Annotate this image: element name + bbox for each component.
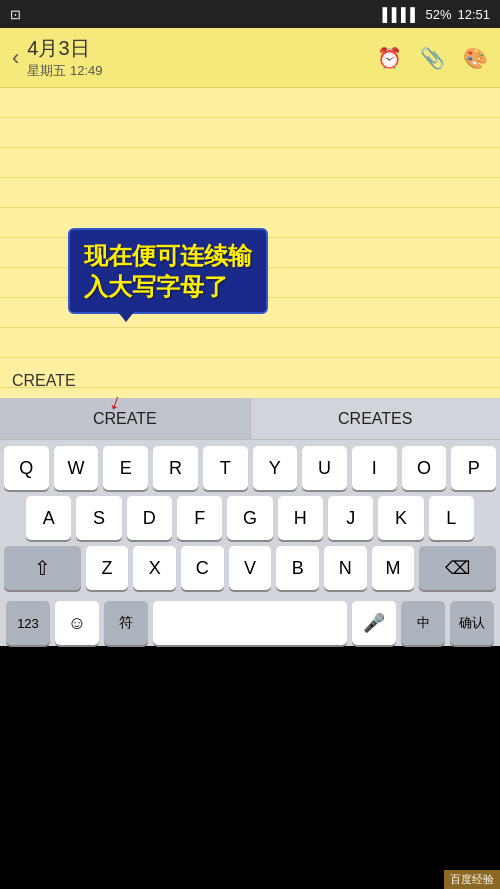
watermark: 百度经验	[444, 870, 500, 889]
key-l[interactable]: L	[429, 496, 474, 540]
tooltip-line2: 入大写字母了	[84, 271, 252, 302]
space-key[interactable]	[153, 601, 347, 645]
keyboard-row-3: ⇧ Z X C V B N M ⌫	[4, 546, 496, 590]
key-j[interactable]: J	[328, 496, 373, 540]
key-q[interactable]: Q	[4, 446, 49, 490]
shift-key[interactable]: ⇧	[4, 546, 81, 590]
key-y[interactable]: Y	[253, 446, 298, 490]
note-header-left: ‹ 4月3日 星期五 12:49	[12, 35, 102, 80]
key-k[interactable]: K	[378, 496, 423, 540]
key-d[interactable]: D	[127, 496, 172, 540]
key-b[interactable]: B	[276, 546, 319, 590]
key-x[interactable]: X	[133, 546, 176, 590]
emoji-key[interactable]: ☺	[55, 601, 99, 645]
key-v[interactable]: V	[229, 546, 272, 590]
autocomplete-item-create[interactable]: CREATE	[0, 398, 251, 439]
key-p[interactable]: P	[451, 446, 496, 490]
delete-key[interactable]: ⌫	[419, 546, 496, 590]
key-a[interactable]: A	[26, 496, 71, 540]
autocomplete-bar: CREATE CREATES	[0, 398, 500, 440]
key-m[interactable]: M	[372, 546, 415, 590]
tooltip-popup: 现在便可连续输 入大写字母了	[68, 228, 268, 314]
tooltip-line1: 现在便可连续输	[84, 240, 252, 271]
key-h[interactable]: H	[278, 496, 323, 540]
attachment-icon[interactable]: 📎	[420, 46, 445, 70]
chinese-key[interactable]: 中	[401, 601, 445, 645]
note-date-block: 4月3日 星期五 12:49	[27, 35, 102, 80]
status-bar: ⊡ ▌▌▌▌ 52% 12:51	[0, 0, 500, 28]
key-w[interactable]: W	[54, 446, 99, 490]
mic-key[interactable]: 🎤	[352, 601, 396, 645]
key-s[interactable]: S	[76, 496, 121, 540]
battery-indicator: 52%	[425, 7, 451, 22]
note-weekday: 星期五 12:49	[27, 62, 102, 80]
key-r[interactable]: R	[153, 446, 198, 490]
keyboard-bottom-bar: 123 ☺ 符 🎤 中 确认	[0, 600, 500, 646]
note-body[interactable]: 现在便可连续输 入大写字母了 CREATE ↓	[0, 88, 500, 398]
keyboard-row-1: Q W E R T Y U I O P	[4, 446, 496, 490]
note-header-right: ⏰ 📎 🎨	[377, 46, 488, 70]
key-c[interactable]: C	[181, 546, 224, 590]
autocomplete-item-creates[interactable]: CREATES	[251, 398, 501, 439]
keyboard: Q W E R T Y U I O P A S D F G H J K L ⇧ …	[0, 440, 500, 600]
key-f[interactable]: F	[177, 496, 222, 540]
key-u[interactable]: U	[302, 446, 347, 490]
key-t[interactable]: T	[203, 446, 248, 490]
palette-icon[interactable]: 🎨	[463, 46, 488, 70]
note-typed-text: CREATE	[12, 372, 76, 390]
status-left: ⊡	[10, 7, 21, 22]
alarm-icon[interactable]: ⏰	[377, 46, 402, 70]
num-key[interactable]: 123	[6, 601, 50, 645]
key-g[interactable]: G	[227, 496, 272, 540]
key-n[interactable]: N	[324, 546, 367, 590]
key-z[interactable]: Z	[86, 546, 129, 590]
key-i[interactable]: I	[352, 446, 397, 490]
keyboard-row-2: A S D F G H J K L	[4, 496, 496, 540]
status-right: ▌▌▌▌ 52% 12:51	[383, 7, 490, 22]
note-date: 4月3日	[27, 35, 102, 62]
confirm-key[interactable]: 确认	[450, 601, 494, 645]
signal-icon: ▌▌▌▌	[383, 7, 420, 22]
key-e[interactable]: E	[103, 446, 148, 490]
back-button[interactable]: ‹	[12, 45, 19, 71]
fu-key[interactable]: 符	[104, 601, 148, 645]
note-header: ‹ 4月3日 星期五 12:49 ⏰ 📎 🎨	[0, 28, 500, 88]
status-icon: ⊡	[10, 7, 21, 22]
key-o[interactable]: O	[402, 446, 447, 490]
clock-time: 12:51	[457, 7, 490, 22]
